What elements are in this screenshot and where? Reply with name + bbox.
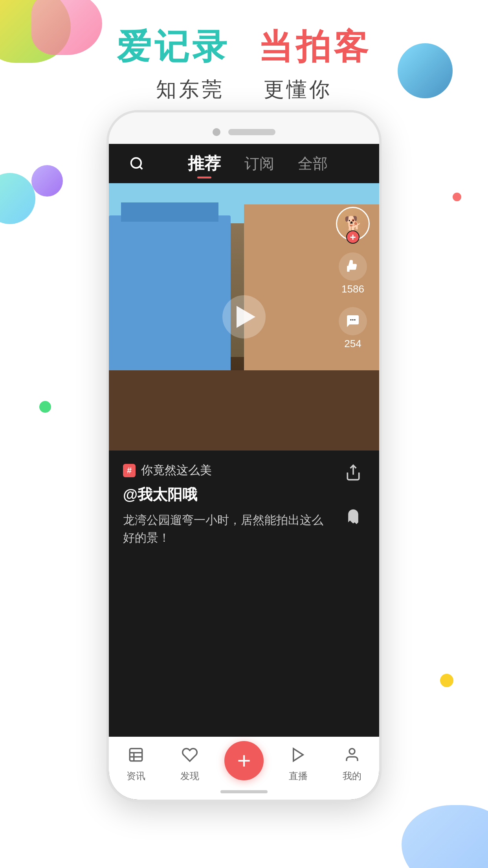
nav-tabs: 推荐 订阅 全部 <box>150 153 365 175</box>
svg-point-2 <box>350 319 351 320</box>
bg-decoration-purple <box>31 165 63 197</box>
header-subtitle: 知东莞 更懂你 <box>0 76 488 103</box>
svg-point-11 <box>349 748 355 754</box>
avatar-emoji: 🐕 <box>344 215 362 232</box>
comment-button[interactable]: 254 <box>339 307 367 350</box>
tab-mine-label: 我的 <box>343 770 361 782</box>
content-right-actions <box>339 458 367 531</box>
video-ground <box>109 370 379 451</box>
phone-top-bar <box>109 112 379 144</box>
play-button[interactable] <box>222 295 266 338</box>
action-buttons: 🐕 + 1586 <box>336 207 370 350</box>
nav-bar: 推荐 订阅 全部 <box>109 144 379 183</box>
phone-camera <box>213 128 220 136</box>
bg-decoration-blue-left <box>0 173 35 224</box>
bg-decoration-yellow-dot <box>440 674 453 687</box>
svg-point-3 <box>352 319 353 320</box>
header-part1: 爱记录 <box>117 27 230 66</box>
follow-button[interactable]: + <box>346 230 360 244</box>
header-part2: 当拍客 <box>258 27 371 66</box>
phone-home-indicator <box>220 790 268 793</box>
hashtag-badge: # <box>123 464 136 477</box>
live-icon <box>290 747 306 767</box>
tab-news-label: 资讯 <box>127 770 145 782</box>
add-button[interactable]: + <box>224 741 264 780</box>
bg-decoration-blue-bottom <box>402 805 488 868</box>
video-area: 🐕 + 1586 <box>109 183 379 451</box>
content-area: # 你竟然这么美 @我太阳哦 龙湾公园遛弯一小时，居然能拍出这么好的景！ <box>109 451 379 558</box>
discover-icon <box>182 747 198 767</box>
header-main-title: 爱记录 当拍客 <box>0 24 488 70</box>
header-sub-part2: 更懂你 <box>264 78 332 101</box>
tab-recommended[interactable]: 推荐 <box>188 153 221 175</box>
like-icon <box>339 252 367 281</box>
tab-news[interactable]: 资讯 <box>109 747 163 782</box>
phone-speaker <box>228 129 275 135</box>
tab-mine[interactable]: 我的 <box>325 747 379 782</box>
hashtag-row: # 你竟然这么美 <box>123 462 365 478</box>
comment-icon <box>339 307 367 335</box>
svg-point-0 <box>131 158 141 168</box>
search-button[interactable] <box>123 156 150 171</box>
tab-discover[interactable]: 发现 <box>163 747 217 782</box>
user-avatar-container: 🐕 + <box>336 207 370 241</box>
tab-all[interactable]: 全部 <box>298 154 328 174</box>
svg-marker-10 <box>293 748 303 761</box>
svg-line-1 <box>139 166 142 169</box>
play-triangle-icon <box>237 306 255 328</box>
like-count: 1586 <box>341 283 364 295</box>
phone-mockup: 推荐 订阅 全部 🐕 <box>106 110 382 802</box>
header-section: 爱记录 当拍客 知东莞 更懂你 <box>0 24 488 103</box>
app-content: 推荐 订阅 全部 🐕 <box>109 144 379 800</box>
tab-discover-label: 发现 <box>180 770 199 782</box>
bg-decoration-green-dot <box>39 401 51 413</box>
ghost-button[interactable] <box>339 502 367 531</box>
tab-subscribed[interactable]: 订阅 <box>244 154 274 174</box>
tab-live[interactable]: 直播 <box>271 747 325 782</box>
header-sub-part1: 知东莞 <box>156 78 224 101</box>
share-button[interactable] <box>339 458 367 487</box>
like-button[interactable]: 1586 <box>339 252 367 295</box>
mine-icon <box>344 747 360 767</box>
video-description: 龙湾公园遛弯一小时，居然能拍出这么好的景！ <box>123 511 365 546</box>
tab-add[interactable]: + <box>217 749 271 780</box>
tab-live-label: 直播 <box>289 770 308 782</box>
comment-count: 254 <box>344 338 361 350</box>
bg-decoration-red-dot <box>453 193 461 201</box>
user-mention[interactable]: @我太阳哦 <box>123 485 365 505</box>
news-icon <box>128 747 144 767</box>
svg-point-4 <box>354 319 355 320</box>
video-building-left <box>109 215 231 376</box>
svg-rect-6 <box>130 748 142 761</box>
hashtag-text[interactable]: 你竟然这么美 <box>141 462 212 478</box>
